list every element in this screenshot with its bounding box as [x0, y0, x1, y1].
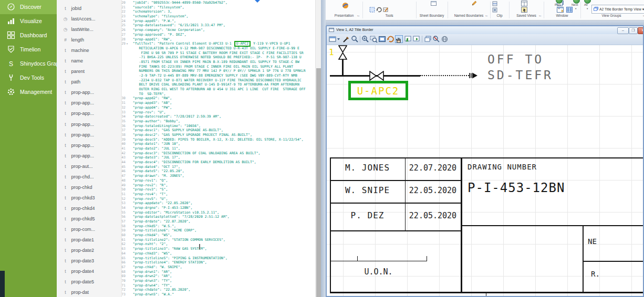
- field-list-item[interactable]: t prop-app...: [57, 107, 121, 118]
- dialog-launcher-icon[interactable]: ⌙: [539, 14, 543, 18]
- field-list-item[interactable]: t prop-chkd3: [57, 192, 121, 202]
- json-line: 46 "prop-date5": "22.05.20",: [119, 169, 315, 174]
- sidebar-item-management[interactable]: Management: [0, 85, 57, 99]
- title-block-border: [330, 230, 461, 231]
- all-button-label[interactable]: All: [584, 3, 588, 6]
- presentation-icon[interactable]: [341, 2, 349, 9]
- json-line: 68 "prop-drwn1": "AR",: [119, 270, 315, 274]
- field-list-item[interactable]: t prop-com...: [57, 223, 121, 234]
- field-list-item[interactable]: t name: [57, 55, 121, 65]
- zoom-in-icon[interactable]: [361, 35, 369, 43]
- view-window-icon: [329, 28, 334, 32]
- field-list-item[interactable]: t prop-chd...: [57, 171, 121, 181]
- clip-volume-icon[interactable]: [492, 1, 497, 6]
- sidebar-item-shinydocs-graph[interactable]: S Shinydocs Graph: [0, 57, 57, 71]
- view-group-dropdown[interactable]: A2 Title Border Temp View ▾: [591, 5, 644, 14]
- rotate-tool-icon[interactable]: [376, 7, 382, 13]
- field-list-item[interactable]: t prop-app...: [57, 129, 121, 139]
- restore-button[interactable]: ❐: [629, 27, 638, 34]
- chevron-down-icon[interactable]: ▾: [587, 7, 588, 10]
- sidebar-item-timelion[interactable]: Timelion: [0, 43, 57, 57]
- field-list-item[interactable]: ◷ lastWrite...: [57, 23, 121, 34]
- chevron-down-icon[interactable]: ▾: [558, 7, 559, 10]
- field-list-item[interactable]: t prop-date5: [57, 275, 121, 286]
- minimize-button[interactable]: –: [617, 27, 629, 34]
- field-list-item[interactable]: t prop-app...: [57, 139, 121, 150]
- field-type-icon: t: [62, 172, 69, 182]
- select-tool-icon[interactable]: [369, 7, 375, 13]
- chevron-down-icon[interactable]: [337, 35, 340, 43]
- field-list-item[interactable]: # length: [57, 34, 121, 44]
- blue-caret-icon: [255, 0, 260, 3]
- field-label: lastAcces...: [71, 16, 95, 22]
- line-number: 29: [119, 41, 126, 46]
- field-list-item[interactable]: t prop-app...: [57, 118, 121, 129]
- zoom-window-icon[interactable]: [370, 35, 378, 43]
- field-list-item[interactable]: t prop-dat: [57, 286, 121, 296]
- json-line: NUMBERS ON THIS DRAWING MRV 77 MRV 14J P…: [119, 69, 315, 73]
- json-text: FIRE TANKS OI-223(89) FROM STAGE C INNER…: [129, 65, 293, 69]
- field-list-item[interactable]: t prop-date3: [57, 254, 121, 265]
- view-brush-icon[interactable]: [342, 35, 350, 43]
- close-button[interactable]: ✕: [638, 27, 644, 34]
- sidebar-item-discover[interactable]: Discover: [0, 0, 57, 14]
- view-next-icon[interactable]: [412, 35, 420, 43]
- json-line: 28 "prop-appd1": "RW",: [119, 37, 315, 42]
- edit-grid-tool-icon[interactable]: [383, 7, 389, 13]
- sidebar-item-dev-tools[interactable]: Dev Tools: [0, 71, 57, 85]
- sidebar-item-visualize[interactable]: Visualize: [0, 14, 57, 28]
- json-text: "prop-titleline3": "RAW GAS SYSTEM",: [129, 247, 207, 251]
- chevron-down-icon[interactable]: ▾: [575, 7, 576, 10]
- sidebar-item-dashboard[interactable]: Dashboard: [0, 28, 57, 43]
- json-text: -2-9 TAP-72 U-445 BY-889 MRV-88 EMERGENC…: [129, 73, 297, 78]
- sidebar-item-label: Timelion: [20, 46, 40, 52]
- cancel-zoom-icon[interactable]: [432, 35, 440, 43]
- saved-views-icon[interactable]: [521, 1, 527, 6]
- field-list-item[interactable]: t prop-chkd: [57, 181, 121, 192]
- view-title-bar[interactable]: View 1, A2 Title Border – ❐ ✕: [327, 26, 643, 35]
- field-list-item[interactable]: t prop-app...: [57, 150, 121, 160]
- next-button-label[interactable]: Next: [572, 3, 578, 6]
- field-list-item[interactable]: ◷ lastAcces...: [57, 13, 121, 23]
- json-line: 20 "jobId": "9892553c-9444-4899-8560-7da…: [119, 1, 315, 5]
- new-window-icon[interactable]: [557, 7, 564, 13]
- view-attributes-icon[interactable]: [329, 35, 337, 43]
- field-list-item[interactable]: t prop-app...: [57, 97, 121, 107]
- fit-view-icon[interactable]: [378, 35, 386, 43]
- copy-view-icon[interactable]: [424, 35, 432, 43]
- pan-view-icon[interactable]: [395, 35, 403, 43]
- field-list-item[interactable]: t prop-date2: [57, 244, 121, 254]
- field-list-item[interactable]: t prop-app...: [57, 86, 121, 97]
- field-list-item[interactable]: t parent: [57, 65, 121, 76]
- field-list-item[interactable]: t prop-chkd5: [57, 213, 121, 223]
- field-list-item[interactable]: t path: [57, 76, 121, 86]
- json-line: 42 "prop-desc3": "DISCONNECTION OF COAL …: [119, 151, 315, 156]
- drawing-number-label: DRAWING NUMBER: [468, 163, 537, 171]
- drawing-number-value: P-I-453-12BN: [468, 181, 565, 195]
- field-list-item[interactable]: t prop-aut...: [57, 160, 121, 171]
- field-list-item[interactable]: t prop-date1: [57, 234, 121, 244]
- apply-saved-view-icon[interactable]: [521, 7, 527, 13]
- view-previous-icon[interactable]: [404, 35, 412, 43]
- field-label: prop-date2: [71, 248, 94, 253]
- group-label-window: Window: [544, 14, 580, 17]
- link-view-icon[interactable]: [441, 35, 449, 43]
- clip-mask-icon[interactable]: [492, 7, 497, 13]
- named-boundaries-pencil-icon[interactable]: [471, 1, 477, 6]
- field-list-item[interactable]: t prop-date4: [57, 265, 121, 275]
- dialog-launcher-icon[interactable]: ⌙: [485, 14, 489, 18]
- json-text: "prop-rev1": "Q",: [129, 178, 168, 183]
- tile-windows-icon[interactable]: [566, 7, 573, 13]
- zoom-icon[interactable]: [351, 35, 359, 43]
- cad-drawing-area[interactable]: 1 OFF TO SD-TEFR U-APC2: [327, 45, 643, 297]
- field-list-item[interactable]: t jobId: [57, 2, 121, 13]
- sheet-boundary-icon[interactable]: [431, 1, 437, 6]
- prev-button-label[interactable]: Prev: [555, 3, 561, 6]
- line-number: 69: [119, 274, 126, 279]
- field-list-item[interactable]: t machine: [57, 44, 121, 55]
- rotate-view-icon[interactable]: [387, 35, 394, 43]
- scrollbar-thumb[interactable]: [316, 68, 321, 297]
- field-list: t jobId ◷ lastAcces... ◷ lastWrite... # …: [57, 0, 122, 297]
- field-list-item[interactable]: t prop-chkd4: [57, 202, 121, 213]
- dialog-launcher-icon[interactable]: ⌙: [357, 14, 361, 18]
